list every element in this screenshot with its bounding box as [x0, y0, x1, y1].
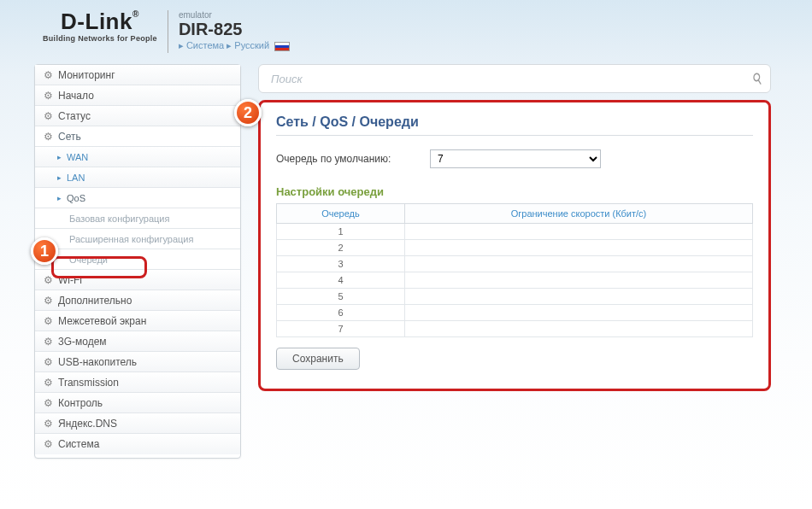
cell-limit [405, 305, 753, 321]
gear-icon: ⚙ [44, 336, 53, 348]
sidebar-item-межсетевой-экран[interactable]: ⚙Межсетевой экран [35, 311, 240, 331]
gear-icon: ⚙ [44, 110, 53, 122]
table-row[interactable]: 4 [277, 272, 753, 289]
sidebar: ⚙Мониторинг⚙Начало⚙Статус⚙Сеть▸WAN▸LAN▸Q… [34, 64, 241, 459]
sidebar-item-расширенная-конфигурация[interactable]: Расширенная конфигурация [35, 229, 240, 249]
chevron-right-icon: ▸ [57, 173, 62, 182]
sidebar-item-яндекс-dns[interactable]: ⚙Яндекс.DNS [35, 413, 240, 434]
gear-icon: ⚙ [44, 69, 53, 81]
queue-table: Очередь Ограничение скорости (Кбит/с) 12… [276, 203, 753, 337]
sidebar-item-label: Transmission [58, 377, 119, 389]
chevron-right-icon: ▸ [57, 153, 62, 161]
section-title: Настройки очереди [276, 185, 753, 198]
sidebar-item-статус[interactable]: ⚙Статус [35, 106, 240, 126]
crumb-language[interactable]: Русский [234, 40, 269, 50]
cell-queue: 3 [277, 256, 405, 272]
breadcrumb: Сеть / QoS / Очереди [276, 114, 753, 136]
gear-icon: ⚙ [44, 418, 53, 430]
sidebar-item-transmission[interactable]: ⚙Transmission [35, 372, 240, 393]
cell-limit [405, 224, 753, 240]
sidebar-item-дополнительно[interactable]: ⚙Дополнительно [35, 290, 240, 311]
cell-queue: 2 [277, 240, 405, 256]
search-icon: ⚲ [747, 69, 766, 88]
gear-icon: ⚙ [44, 315, 53, 327]
sidebar-item-qos[interactable]: ▸QoS [35, 188, 240, 208]
sidebar-item-label: Статус [58, 110, 91, 122]
table-row[interactable]: 7 [277, 321, 753, 337]
sidebar-item-wi-fi[interactable]: ⚙Wi-Fi [35, 270, 240, 290]
cell-queue: 1 [277, 224, 405, 240]
content-panel: Сеть / QoS / Очереди Очередь по умолчани… [258, 100, 771, 391]
cell-queue: 5 [277, 289, 405, 305]
crumb-system[interactable]: Система [186, 40, 224, 50]
sidebar-item-label: Базовая конфигурация [69, 214, 169, 224]
default-queue-label: Очередь по умолчанию: [276, 153, 430, 165]
chevron-right-icon: ▸ [179, 40, 184, 50]
sidebar-item-label: 3G-модем [58, 336, 107, 348]
cell-limit [405, 240, 753, 256]
sidebar-item-label: Сеть [58, 131, 81, 143]
annotation-badge-2: 2 [234, 99, 262, 126]
cell-limit [405, 272, 753, 289]
sidebar-item-система[interactable]: ⚙Система [35, 434, 240, 454]
annotation-badge-1: 1 [31, 237, 58, 265]
default-queue-row: Очередь по умолчанию: 7 [276, 149, 753, 168]
gear-icon: ⚙ [44, 131, 53, 143]
table-row[interactable]: 2 [277, 240, 753, 256]
cell-limit [405, 289, 753, 305]
sidebar-item-label: LAN [67, 173, 85, 183]
chevron-right-icon: ▸ [57, 194, 62, 202]
sidebar-item-мониторинг[interactable]: ⚙Мониторинг [35, 65, 240, 85]
sidebar-item-label: Дополнительно [58, 295, 132, 307]
sidebar-item-label: WAN [67, 152, 88, 162]
header-crumbs: ▸Система ▸Русский [179, 40, 290, 51]
search-input[interactable]: Поиск ⚲ [258, 64, 771, 93]
gear-icon: ⚙ [44, 90, 53, 102]
gear-icon: ⚙ [44, 356, 53, 368]
cell-queue: 4 [277, 272, 405, 289]
gear-icon: ⚙ [44, 295, 53, 307]
sidebar-item-label: Мониторинг [58, 69, 115, 81]
sidebar-item-label: USB-накопитель [58, 356, 137, 368]
cell-queue: 7 [277, 321, 405, 337]
sidebar-item-начало[interactable]: ⚙Начало [35, 85, 240, 106]
gear-icon: ⚙ [44, 377, 53, 389]
search-placeholder: Поиск [271, 73, 303, 85]
gear-icon: ⚙ [44, 438, 53, 450]
header: D-Link® Building Networks for People emu… [0, 0, 812, 64]
cell-queue: 6 [277, 305, 405, 321]
table-row[interactable]: 1 [277, 224, 753, 240]
col-limit: Ограничение скорости (Кбит/с) [405, 204, 753, 224]
gear-icon: ⚙ [44, 397, 53, 409]
chevron-right-icon: ▸ [227, 40, 232, 50]
sidebar-item-label: Система [58, 438, 99, 450]
sidebar-item-контроль[interactable]: ⚙Контроль [35, 393, 240, 413]
flag-russia-icon [274, 42, 290, 51]
sidebar-item-3g-модем[interactable]: ⚙3G-модем [35, 331, 240, 352]
sidebar-item-usb-накопитель[interactable]: ⚙USB-накопитель [35, 352, 240, 372]
model-block: emulator DIR-825 ▸Система ▸Русский [168, 10, 290, 51]
sidebar-item-базовая-конфигурация[interactable]: Базовая конфигурация [35, 208, 240, 229]
cell-limit [405, 321, 753, 337]
sidebar-item-lan[interactable]: ▸LAN [35, 167, 240, 188]
sidebar-item-сеть[interactable]: ⚙Сеть [35, 126, 240, 147]
sidebar-item-label: Межсетевой экран [58, 315, 146, 327]
table-row[interactable]: 5 [277, 289, 753, 305]
table-row[interactable]: 3 [277, 256, 753, 272]
main-area: Поиск ⚲ Сеть / QoS / Очереди Очередь по … [258, 64, 771, 391]
col-queue: Очередь [277, 204, 405, 224]
save-button[interactable]: Сохранить [276, 348, 360, 370]
sidebar-item-label: Wi-Fi [58, 274, 82, 286]
logo-main: D-Link® [61, 10, 139, 32]
sidebar-item-wan[interactable]: ▸WAN [35, 147, 240, 167]
sidebar-item-label: Контроль [58, 397, 103, 409]
table-row[interactable]: 6 [277, 305, 753, 321]
sidebar-item-label: Начало [58, 90, 94, 102]
sidebar-item-label: Яндекс.DNS [58, 418, 117, 430]
logo-block: D-Link® Building Networks for People [43, 10, 168, 53]
gear-icon: ⚙ [44, 274, 53, 286]
sidebar-item-очереди[interactable]: Очереди [35, 249, 240, 270]
sidebar-item-label: Расширенная конфигурация [69, 234, 193, 244]
default-queue-select[interactable]: 7 [430, 149, 601, 168]
sidebar-item-label: QoS [67, 193, 85, 203]
